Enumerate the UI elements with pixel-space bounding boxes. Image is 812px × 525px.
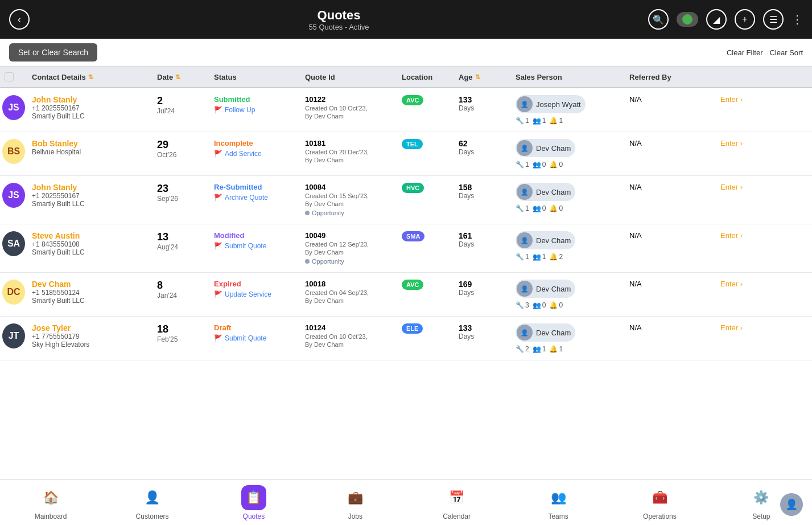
nav-item-mainboard[interactable]: 🏠 Mainboard (0, 485, 101, 520)
nav-label-teams: Teams (548, 512, 568, 520)
nav-label-setup: Setup (752, 512, 770, 520)
nav-item-customers[interactable]: 👤 Customers (101, 485, 203, 520)
quote-created: Created On 10 Oct'23, (305, 105, 393, 112)
enter-button[interactable]: Enter › (720, 139, 757, 147)
enter-button[interactable]: Enter › (720, 231, 757, 240)
date-sort-icon[interactable]: ⇅ (175, 73, 180, 81)
date-num: 2 (157, 95, 205, 107)
status-badge: Incomplete (214, 139, 296, 147)
enter-button[interactable]: Enter › (720, 95, 757, 104)
col-location: Location (397, 72, 454, 81)
action-link[interactable]: 🚩 Submit Quote (214, 242, 296, 250)
sales-icons: 🔧 1 👥 0 🔔 0 (516, 204, 620, 212)
contact-avatar: SA (2, 231, 25, 256)
sales-icon-2: 👥 1 (533, 117, 546, 125)
sales-person-cell: 👤 Dev Cham 🔧 2 👥 1 🔔 1 (511, 323, 625, 353)
age-days: 158 (459, 183, 506, 192)
contact-phone: +1 2025550167 (32, 104, 148, 112)
more-options-button[interactable]: ⋮ (792, 13, 803, 26)
date-label: Oct'26 (157, 151, 205, 159)
contact-details: Jose Tyler +1 7755550179 Sky High Elevat… (27, 323, 152, 348)
nav-icon-calendar: 📅 (444, 485, 469, 510)
nav-item-operations[interactable]: 🧰 Operations (609, 485, 710, 520)
location-cell: ELE (397, 323, 454, 334)
clear-sort-link[interactable]: Clear Sort (769, 48, 803, 57)
list-button[interactable]: ☰ (763, 9, 784, 30)
contact-name[interactable]: Dev Cham (32, 280, 148, 289)
quotes-table: Contact Details ⇅ Date ⇅ Status Quote Id… (0, 67, 812, 479)
sales-icons: 🔧 1 👥 0 🔔 0 (516, 161, 620, 169)
nav-icon-customers: 👤 (140, 485, 165, 510)
referred-by-cell: N/A (625, 139, 716, 147)
nav-icon-glyph-quotes: 📋 (246, 490, 261, 505)
sales-avatar: 👤 (517, 232, 533, 248)
nav-label-calendar: Calendar (443, 512, 471, 520)
back-button[interactable]: ‹ (9, 9, 30, 30)
status-badge: Draft (214, 323, 296, 332)
referred-by-cell: N/A (625, 95, 716, 104)
clear-filter-link[interactable]: Clear Filter (727, 48, 763, 57)
contact-details: John Stanly +1 2025550167 Smartly Built … (27, 95, 152, 120)
nav-icon-glyph-jobs: 💼 (348, 490, 363, 505)
sales-icon-2: 👥 0 (533, 161, 546, 169)
contact-company: Smartly Built LLC (32, 112, 148, 120)
date-num: 23 (157, 183, 205, 195)
action-link[interactable]: 🚩 Add Service (214, 150, 296, 158)
search-button[interactable]: 🔍 (648, 9, 669, 30)
add-button[interactable]: + (735, 9, 755, 30)
action-link[interactable]: 🚩 Submit Quote (214, 334, 296, 342)
location-badge: HVC (402, 183, 424, 193)
table-row: SA Steve Austin +1 8435550108 Smartly Bu… (0, 224, 812, 273)
enter-button[interactable]: Enter › (720, 183, 757, 191)
status-cell: Re-Submitted 🚩 Archive Quote (209, 183, 300, 202)
nav-item-calendar[interactable]: 📅 Calendar (406, 485, 508, 520)
location-badge: AVC (402, 280, 423, 290)
status-cell: Submitted 🚩 Follow Up (209, 95, 300, 114)
action-link[interactable]: 🚩 Follow Up (214, 106, 296, 114)
contact-name[interactable]: John Stanly (32, 95, 148, 104)
age-label: Days (459, 289, 506, 297)
referred-by: N/A (629, 183, 642, 191)
contact-company: Sky High Elevators (32, 341, 148, 348)
filter-button[interactable]: ◢ (706, 9, 727, 30)
sales-name-tag: 👤 Dev Cham (516, 323, 575, 342)
sales-icon-3: 🔔 1 (549, 117, 563, 125)
action-link[interactable]: 🚩 Archive Quote (214, 194, 296, 202)
select-all-checkbox[interactable] (5, 72, 14, 81)
enter-button[interactable]: Enter › (720, 280, 757, 288)
header-right: 🔍 ◢ + ☰ ⋮ (648, 9, 803, 30)
page-subtitle: 55 Quotes - Active (30, 23, 648, 31)
contact-name[interactable]: John Stanly (32, 183, 148, 192)
opportunity-tag[interactable]: Opportunity (305, 210, 344, 216)
age-label: Days (459, 148, 506, 156)
age-days: 161 (459, 231, 506, 240)
action-link[interactable]: 🚩 Update Service (214, 290, 296, 298)
contact-details: Dev Cham +1 5185550124 Smartly Built LLC (27, 280, 152, 305)
sales-person-cell: 👤 Dev Cham 🔧 1 👥 0 🔔 0 (511, 139, 625, 169)
nav-item-teams[interactable]: 👥 Teams (508, 485, 609, 520)
contact-name[interactable]: Bob Stanley (32, 139, 148, 148)
header-left: ‹ (9, 9, 30, 30)
nav-item-quotes[interactable]: 📋 Quotes (203, 485, 304, 520)
nav-icon-setup: ⚙️ (749, 485, 774, 510)
nav-item-jobs[interactable]: 💼 Jobs (304, 485, 406, 520)
age-cell: 62 Days (454, 139, 511, 156)
contact-name[interactable]: Jose Tyler (32, 323, 148, 333)
profile-avatar[interactable]: 👤 (780, 493, 803, 516)
quote-id: 10122 (305, 95, 393, 104)
col-date: Date ⇅ (152, 72, 209, 81)
quote-by: By Dev Cham (305, 200, 393, 207)
contact-avatar: JS (2, 95, 25, 120)
nav-icon-mainboard: 🏠 (38, 485, 63, 510)
status-badge: Re-Submitted (214, 183, 296, 191)
sales-icons: 🔧 1 👥 1 🔔 1 (516, 117, 620, 125)
date-label: Sep'26 (157, 195, 205, 203)
set-clear-search-button[interactable]: Set or Clear Search (9, 43, 97, 61)
enter-button[interactable]: Enter › (720, 323, 757, 332)
age-cell: 161 Days (454, 231, 511, 248)
contact-sort-icon[interactable]: ⇅ (88, 73, 93, 81)
contact-name[interactable]: Steve Austin (32, 231, 148, 240)
age-sort-icon[interactable]: ⇅ (475, 73, 480, 81)
opportunity-tag[interactable]: Opportunity (305, 258, 344, 265)
toggle-pill[interactable] (677, 12, 698, 27)
